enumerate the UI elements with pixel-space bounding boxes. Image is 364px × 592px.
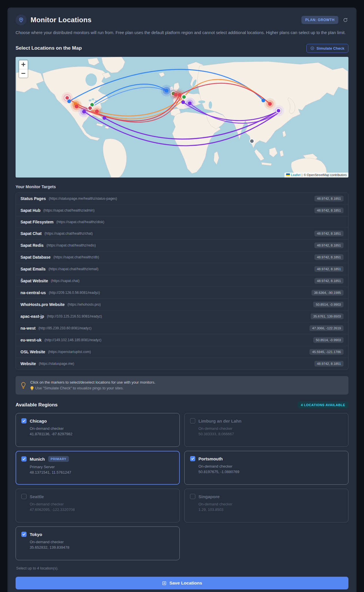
table-row: Sapat Chat (https://sapat.chat/healthz/c… (16, 227, 348, 239)
target-url: (http://209.126.0.56:8081/readyz) (49, 291, 100, 295)
table-row: WhoHosts.pro Website (https://whohosts.p… (16, 298, 348, 310)
target-coordinates-badge: 45.5945, -121.1786 (309, 349, 344, 355)
target-url: (https://sapat.chat/healthz/chat) (44, 231, 93, 236)
region-card[interactable]: Tokyo On-demand checker 35.652832, 139.8… (16, 526, 180, 560)
refresh-icon[interactable] (342, 17, 348, 23)
target-coordinates-badge: 38.6364, -90.1985 (312, 290, 344, 296)
region-checkbox[interactable] (21, 532, 27, 537)
map-marker[interactable] (75, 104, 78, 108)
region-subtitle: On-demand checker (30, 502, 174, 506)
target-url: (https://sapat.chat) (51, 279, 79, 283)
save-locations-button[interactable]: Save Locations (16, 577, 348, 589)
primary-badge: PRIMARY (48, 456, 69, 462)
region-name: Singapore (198, 494, 219, 499)
region-coordinates: 1.29, 103.8503 (198, 507, 343, 512)
osm-attribution: © OpenStreetMap contributors (304, 173, 347, 177)
target-url: (https://sapat.chat/healthz/disk) (56, 220, 104, 224)
target-name: Status Pages (20, 196, 46, 201)
region-checkbox[interactable] (190, 494, 195, 499)
region-checkbox[interactable] (190, 456, 195, 461)
table-row: Status Pages (https://statuspage.me/heal… (16, 193, 348, 204)
bulb-emoji-icon (30, 386, 34, 391)
targets-heading: Your Monitor Targets (16, 184, 348, 189)
target-coordinates-badge: 48.9742, 8.1851 (314, 361, 344, 367)
page-description: Choose where your distributed monitors w… (16, 29, 348, 36)
target-name: eu-west-uk (20, 338, 42, 342)
map-marker[interactable] (165, 89, 168, 93)
map-marker[interactable] (65, 96, 69, 100)
region-name: Tokyo (30, 532, 42, 537)
region-name: Portsmouth (198, 456, 223, 461)
map-marker[interactable] (82, 110, 86, 113)
table-row: Sapat Emails (https://sapat.chat/healthz… (16, 263, 348, 275)
selection-limit-note: Select up to 4 location(s). (16, 566, 348, 570)
target-url: (http://85.239.233.60:8081/readyz) (38, 326, 91, 330)
target-url: (https://statuspage.me/healthz/status-pa… (49, 197, 117, 201)
map-marker[interactable] (95, 109, 99, 113)
target-url: (https://sapat.chat/healthz/admin) (43, 208, 94, 212)
check-icon (191, 457, 194, 460)
target-name: Sapat Database (20, 255, 50, 259)
locations-available-badge: 4 LOCATIONS AVAILABLE (298, 401, 348, 408)
target-name: Sapat Chat (20, 231, 42, 236)
zoom-out-button[interactable]: − (19, 69, 28, 78)
world-map-svg (16, 57, 348, 178)
zoom-in-button[interactable]: + (19, 60, 28, 69)
region-name: Limburg an der Lahn (198, 419, 241, 423)
tip-line-2: Use "Simulate Check" to visualize pings … (35, 385, 124, 391)
region-card[interactable]: Munich PRIMARY Primary Server 48.1371541… (16, 451, 180, 485)
leaflet-map[interactable]: + − Leaflet | © OpenStreetMap contributo… (16, 57, 348, 178)
leaflet-link[interactable]: Leaflet (291, 173, 301, 177)
target-coordinates-badge: 50.8514, -0.9903 (313, 302, 344, 307)
region-subtitle: On-demand checker (30, 540, 174, 544)
region-card[interactable]: Chicago On-demand checker 41.8781136, -8… (16, 413, 180, 447)
target-name: Sapat Emails (20, 267, 46, 271)
regions-heading: Available Regions (16, 402, 58, 408)
region-card[interactable]: Limburg an der Lahn On-demand checker 50… (184, 413, 348, 447)
save-icon (162, 581, 167, 586)
target-url: (http://103.125.216.51:8081/readyz) (47, 314, 102, 318)
monitor-locations-panel: Monitor Locations PLAN: GROWTH Choose wh… (7, 8, 357, 592)
region-card[interactable]: Portsmouth On-demand checker 50.8197675,… (184, 451, 348, 485)
monitor-targets-list: Status Pages (https://statuspage.me/heal… (16, 193, 348, 370)
map-marker[interactable] (188, 101, 192, 105)
map-marker[interactable] (268, 102, 272, 106)
region-name: Chicago (30, 419, 47, 423)
ukraine-flag-icon (286, 173, 290, 176)
map-marker[interactable] (102, 116, 106, 120)
check-icon (22, 457, 26, 461)
region-card[interactable]: Seattle On-demand checker 47.6062095, -1… (16, 489, 180, 522)
tip-box: Click on the markers to select/deselect … (16, 376, 348, 395)
table-row: Sapat Hub (https://sapat.chat/healthz/ad… (16, 204, 348, 216)
map-section-title: Select Locations on the Map (16, 45, 82, 51)
region-checkbox[interactable] (190, 418, 195, 423)
region-coordinates: 41.8781136, -87.6297982 (30, 432, 174, 436)
map-marker[interactable] (182, 95, 186, 99)
target-coordinates-badge: 48.9742, 8.1851 (314, 231, 344, 236)
region-checkbox[interactable] (21, 494, 27, 499)
region-name: Seattle (30, 494, 44, 499)
target-url: (https://sapat.chat/healthz/redis) (46, 243, 96, 247)
target-url: (https://sapat.chat/healthz/email) (48, 267, 98, 271)
target-name: apac-east-jp (20, 314, 44, 319)
map-marker[interactable] (276, 109, 281, 113)
target-url: (https://openstartuplist.com) (48, 350, 91, 354)
map-marker[interactable] (178, 93, 182, 97)
target-name: OSL Website (20, 350, 45, 354)
region-subtitle: On-demand checker (198, 464, 343, 468)
region-checkbox[interactable] (21, 456, 27, 462)
target-coordinates-badge: 47.3066, -122.2619 (309, 325, 344, 331)
region-card[interactable]: Singapore On-demand checker 1.29, 103.85… (184, 489, 348, 522)
check-icon (22, 533, 26, 536)
simulate-check-button[interactable]: Simulate Check (306, 44, 348, 53)
table-row: na-west (http://85.239.233.60:8081/ready… (16, 322, 348, 334)
table-row: Sapat Filesystem (https://sapat.chat/hea… (16, 216, 348, 227)
map-marker[interactable] (250, 139, 254, 143)
target-coordinates-badge: 48.9742, 8.1851 (314, 278, 344, 284)
target-url: (https://statuspage.me) (39, 362, 74, 366)
page-title: Monitor Locations (31, 16, 91, 24)
region-subtitle: On-demand checker (30, 426, 174, 431)
play-circle-icon (310, 46, 314, 50)
target-url: (http://149.102.146.185:8081/readyz) (44, 338, 101, 342)
region-checkbox[interactable] (21, 418, 27, 423)
